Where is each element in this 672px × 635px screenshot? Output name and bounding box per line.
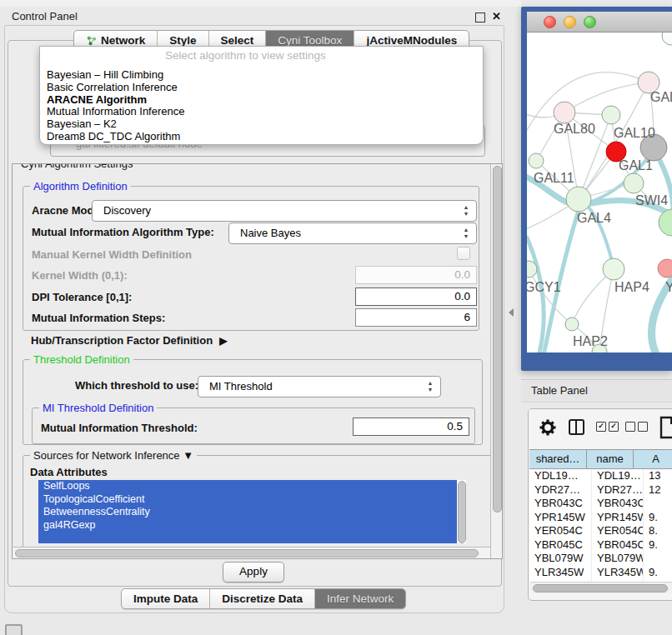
network-node[interactable] bbox=[624, 173, 644, 193]
table-cell[interactable]: YBR045C bbox=[592, 538, 644, 552]
table-hscrollbar[interactable] bbox=[530, 582, 672, 593]
attribute-item-partial[interactable] bbox=[38, 532, 457, 543]
table-cell[interactable]: 9. bbox=[644, 566, 672, 580]
table-cell[interactable]: YLR345W bbox=[529, 566, 592, 580]
deselect-all-icon[interactable] bbox=[625, 422, 648, 432]
table-cell[interactable]: YBL079W bbox=[529, 552, 592, 566]
table-row[interactable]: YBR043CYBR043C bbox=[529, 497, 672, 511]
mi-steps-field[interactable]: 6 bbox=[355, 308, 477, 327]
minimize-traffic-light[interactable] bbox=[564, 16, 576, 28]
attribute-item-betweennesscentrality[interactable]: BetweennessCentrality bbox=[38, 506, 457, 519]
table-cell[interactable]: YPR145W bbox=[592, 511, 644, 525]
restore-panel-icon[interactable] bbox=[5, 624, 23, 635]
settings-vscrollbar[interactable] bbox=[490, 164, 502, 558]
close-traffic-light[interactable] bbox=[544, 16, 556, 28]
document-icon[interactable] bbox=[659, 416, 672, 439]
algorithm-option-dream8-dc-tdc-algorithm[interactable]: Dream8 DC_TDC Algorithm bbox=[40, 131, 483, 143]
table-cell[interactable]: 9. bbox=[644, 511, 672, 525]
manual-kernel-label: Manual Kernel Width Definition bbox=[32, 248, 192, 261]
table-cell[interactable]: YER054C bbox=[529, 524, 592, 538]
zoom-traffic-light[interactable] bbox=[584, 16, 596, 28]
algorithm-option-mutual-information-inference[interactable]: Mutual Information Inference bbox=[40, 106, 483, 118]
network-icon bbox=[86, 35, 97, 46]
data-attributes-items: SelfLoopsTopologicalCoefficientBetweenne… bbox=[38, 480, 457, 543]
which-threshold-select[interactable]: MI Threshold ▲▼ bbox=[198, 376, 441, 398]
close-icon[interactable]: ✕ bbox=[492, 10, 501, 22]
table-row[interactable]: YPR145WYPR145W9. bbox=[529, 511, 672, 525]
settings-hscrollbar[interactable] bbox=[13, 547, 490, 558]
table-row[interactable]: YBL079WYBL079W bbox=[529, 552, 672, 566]
table-cell[interactable]: YPR145W bbox=[529, 511, 592, 525]
table-cell[interactable]: 9. bbox=[644, 538, 672, 552]
column-header-shared[interactable]: shared… bbox=[529, 450, 587, 468]
settings-hscrollbar-thumb[interactable] bbox=[15, 549, 479, 558]
columns-icon[interactable] bbox=[569, 419, 584, 435]
float-panel-icon[interactable] bbox=[475, 12, 485, 22]
network-node[interactable] bbox=[603, 258, 624, 280]
column-header-a[interactable]: A bbox=[634, 450, 672, 468]
network-node[interactable] bbox=[565, 318, 579, 331]
manual-kernel-checkbox[interactable] bbox=[457, 247, 470, 260]
table-cell[interactable]: YDR27… bbox=[529, 483, 592, 498]
network-window-titlebar[interactable] bbox=[527, 12, 672, 32]
gear-icon[interactable] bbox=[539, 419, 556, 436]
table-cell[interactable] bbox=[644, 497, 672, 511]
table-cell[interactable]: YBR043C bbox=[592, 497, 644, 511]
mi-threshold-field[interactable]: 0.5 bbox=[353, 418, 469, 436]
network-node[interactable] bbox=[658, 259, 672, 278]
network-node[interactable] bbox=[529, 153, 544, 168]
table-row[interactable]: YDL19…YDL19…13 bbox=[529, 469, 672, 483]
table-row[interactable]: YER054CYER054C8. bbox=[529, 524, 672, 538]
algorithm-option-bayesian-k2[interactable]: Bayesian – K2 bbox=[40, 118, 483, 131]
table-cell[interactable]: YBL079W bbox=[592, 552, 644, 566]
column-header-name[interactable]: name bbox=[587, 450, 634, 468]
bottom-tab-discretize-data[interactable]: Discretize Data bbox=[210, 589, 315, 608]
table-cell[interactable]: 12 bbox=[644, 483, 672, 498]
table-cell[interactable]: YBR043C bbox=[529, 497, 592, 511]
table-row[interactable]: YDR27…YDR27…12 bbox=[529, 483, 672, 498]
table-cell[interactable] bbox=[644, 552, 672, 566]
network-node[interactable] bbox=[659, 209, 672, 236]
algorithm-option-aracne-algorithm[interactable]: ARACNE Algorithm bbox=[40, 94, 483, 107]
table-cell[interactable]: YDL19… bbox=[592, 469, 644, 483]
sources-toggle[interactable]: Sources for Network Inference ▼ bbox=[30, 449, 197, 462]
settings-vscrollbar-thumb[interactable] bbox=[493, 166, 502, 512]
table-cell[interactable]: 13 bbox=[644, 469, 672, 483]
attributes-scrollbar-thumb[interactable] bbox=[458, 481, 466, 543]
table-cell[interactable]: YER054C bbox=[592, 524, 644, 538]
mi-type-select[interactable]: Naive Bayes ▲▼ bbox=[228, 222, 477, 244]
apply-button[interactable]: Apply bbox=[223, 562, 284, 582]
table-row[interactable]: YLR345WYLR345W9. bbox=[529, 566, 672, 580]
table-hscrollbar-thumb[interactable] bbox=[533, 584, 668, 592]
table-cell[interactable]: 8. bbox=[644, 524, 672, 538]
bottom-tab-impute-data[interactable]: Impute Data bbox=[122, 589, 210, 608]
attribute-item-topologicalcoefficient[interactable]: TopologicalCoefficient bbox=[38, 493, 457, 507]
hub-section-toggle[interactable]: Hub/Transcription Factor Definition▶ bbox=[31, 334, 227, 347]
dpi-tolerance-label: DPI Tolerance [0,1]: bbox=[32, 291, 132, 303]
algorithm-option-bayesian-hill-climbing[interactable]: Bayesian – Hill Climbing bbox=[40, 69, 483, 82]
dpi-tolerance-field[interactable]: 0.0 bbox=[355, 288, 477, 306]
table-cell[interactable]: YBR045C bbox=[529, 538, 592, 552]
network-node[interactable] bbox=[566, 187, 591, 212]
network-node[interactable] bbox=[554, 102, 575, 123]
settings-group-title: Cyni Algorithm Settings bbox=[18, 163, 136, 170]
network-canvas[interactable]: GALGAL80GAL10GAL1GAL11SWI4GAL4GCY1HAP4YH… bbox=[527, 32, 672, 352]
kernel-width-field[interactable]: 0.0 bbox=[355, 266, 477, 284]
aracne-mode-select[interactable]: Discovery ▲▼ bbox=[92, 200, 477, 222]
table-cell[interactable]: YDL19… bbox=[529, 469, 592, 483]
table-cell[interactable]: YLR345W bbox=[592, 566, 644, 580]
attribute-item-gal4rgexp[interactable]: gal4RGexp bbox=[38, 519, 457, 532]
select-all-icon[interactable]: ✓ ✓ bbox=[596, 422, 619, 432]
table-row[interactable]: YBR045CYBR045C9. bbox=[529, 538, 672, 552]
network-node[interactable] bbox=[602, 106, 620, 124]
panel-splitter-arrow[interactable] bbox=[509, 308, 514, 317]
attributes-scrollbar[interactable] bbox=[457, 480, 466, 543]
node-label-hap2: HAP2 bbox=[573, 334, 608, 348]
control-panel-titlebar: Control Panel ✕ bbox=[0, 7, 517, 27]
algorithm-option-basic-correlation-inference[interactable]: Basic Correlation Inference bbox=[40, 82, 483, 94]
attribute-item-selfloops[interactable]: SelfLoops bbox=[38, 480, 457, 493]
bottom-tab-infer-network[interactable]: Infer Network bbox=[315, 589, 405, 608]
node-label-gal4: GAL4 bbox=[577, 211, 611, 225]
table-cell[interactable]: YDR27… bbox=[592, 483, 644, 498]
network-node[interactable] bbox=[662, 32, 672, 45]
